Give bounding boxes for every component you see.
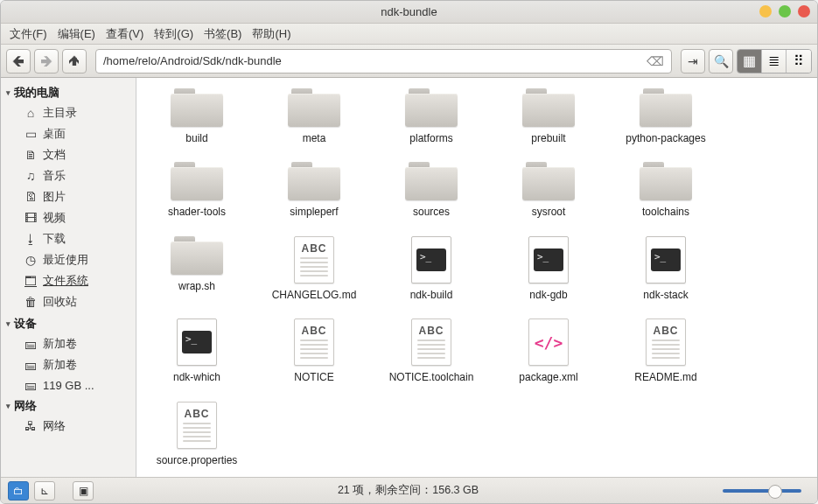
disk-icon: 🖴 (24, 337, 38, 351)
sidebar-section-header[interactable]: ▾网络 (1, 395, 136, 416)
file-grid: buildmetaplatformsprebuiltpython-package… (150, 88, 810, 466)
file-item[interactable]: >_ndk-gdb (502, 236, 595, 301)
file-item[interactable]: simpleperf (268, 162, 360, 218)
file-item[interactable]: </>package.xml (502, 318, 595, 383)
titlebar: ndk-bundle (1, 1, 817, 24)
file-item[interactable]: ABCNOTICE (268, 318, 360, 383)
file-item[interactable]: python-packages (619, 88, 712, 144)
trash-icon: 🗑 (24, 295, 38, 309)
sidebar: ▾我的电脑⌂主目录▭桌面🗎文档♫音乐🖻图片🎞视频⭳下载◷最近使用🗔文件系统🗑回收… (1, 78, 136, 477)
file-item[interactable]: ABCsource.properties (150, 402, 243, 466)
sidebar-item[interactable]: 🖴新加卷 (1, 333, 136, 354)
sidebar-item[interactable]: 🗎文档 (1, 144, 136, 165)
sidebar-item[interactable]: ♫音乐 (1, 165, 136, 186)
menu-item[interactable]: 编辑(E) (58, 26, 95, 42)
folder-icon (288, 162, 340, 200)
file-item-label: shader-tools (168, 206, 226, 218)
list-view-button[interactable]: ≣ (762, 50, 787, 73)
file-item[interactable]: >_ndk-build (385, 236, 478, 301)
script-icon: >_ (411, 236, 451, 284)
file-item-label: README.md (634, 371, 696, 383)
recent-icon: ◷ (24, 253, 38, 267)
view-mode-group: ▦ ≣ ⠿ (737, 49, 812, 74)
folder-icon (171, 236, 223, 275)
sidebar-item[interactable]: 🗔文件系统 (1, 270, 136, 291)
sidebar-item[interactable]: 🖧网络 (1, 416, 136, 437)
menu-item[interactable]: 查看(V) (106, 26, 143, 42)
sidebar-item-label: 新加卷 (43, 357, 77, 373)
disk-icon: 🖴 (24, 358, 38, 372)
location-input[interactable]: /home/relo/Android/Sdk/ndk-bundle ⌫ (95, 49, 672, 74)
search-button[interactable]: 🔍 (709, 49, 733, 74)
sidebar-item-label: 119 GB ... (43, 379, 94, 392)
menu-item[interactable]: 转到(G) (154, 26, 193, 42)
file-item[interactable]: >_ndk-stack (619, 236, 712, 301)
folder-icon (288, 88, 340, 127)
clear-location-icon[interactable]: ⌫ (647, 54, 664, 68)
sidebar-item[interactable]: ▭桌面 (1, 123, 136, 144)
up-button[interactable]: 🡹 (62, 49, 87, 74)
filesystem-icon: 🗔 (24, 274, 38, 288)
chevron-down-icon: ▾ (6, 402, 10, 410)
folder-icon (522, 162, 575, 200)
file-item[interactable]: sysroot (502, 162, 595, 218)
close-button[interactable] (798, 5, 810, 18)
file-item[interactable]: ABCREADME.md (619, 318, 712, 383)
menu-item[interactable]: 书签(B) (204, 26, 241, 42)
file-item[interactable]: build (150, 88, 243, 144)
sidebar-item[interactable]: 🗑回收站 (1, 291, 136, 312)
icon-view-button[interactable]: ▦ (738, 50, 762, 73)
file-item-label: source.properties (157, 454, 238, 466)
music-icon: ♫ (24, 169, 38, 183)
back-button[interactable]: 🡸 (6, 49, 31, 74)
sidebar-item[interactable]: 🖻图片 (1, 186, 136, 207)
sidebar-section-header[interactable]: ▾我的电脑 (1, 81, 136, 102)
file-item[interactable]: >_ndk-which (150, 318, 243, 383)
file-item[interactable]: ABCCHANGELOG.md (268, 236, 360, 301)
file-item[interactable]: wrap.sh (150, 236, 243, 301)
compact-view-button[interactable]: ⠿ (787, 50, 811, 73)
text-file-icon: ABC (294, 318, 334, 366)
minimize-button[interactable] (759, 5, 772, 18)
file-item-label: NOTICE (294, 371, 333, 383)
location-path: /home/relo/Android/Sdk/ndk-bundle (103, 54, 282, 67)
menu-item[interactable]: 文件(F) (10, 26, 47, 42)
sidebar-item[interactable]: 🖴新加卷 (1, 354, 136, 375)
file-item[interactable]: toolchains (619, 162, 712, 218)
forward-button[interactable]: 🡺 (34, 49, 59, 74)
text-file-icon: ABC (411, 318, 451, 366)
sidebar-item[interactable]: 🎞视频 (1, 207, 136, 228)
folder-icon (640, 162, 692, 200)
sidebar-item[interactable]: ⭳下载 (1, 228, 136, 249)
chevron-down-icon: ▾ (6, 88, 10, 97)
script-icon: >_ (646, 236, 686, 284)
sidebar-item[interactable]: 🖴119 GB ... (1, 375, 136, 395)
file-item[interactable]: sources (385, 162, 478, 218)
file-item-label: sysroot (532, 206, 566, 218)
terminal-button[interactable]: ▣ (73, 481, 94, 500)
menu-item[interactable]: 帮助(H) (252, 26, 290, 42)
toggle-path-button[interactable]: ⇥ (681, 49, 705, 74)
file-item[interactable]: shader-tools (150, 162, 243, 218)
sidebar-item-label: 最近使用 (43, 252, 88, 268)
sidebar-section-header[interactable]: ▾设备 (1, 312, 136, 333)
places-toggle-button[interactable]: 🗀 (8, 481, 29, 500)
sidebar-item-label: 图片 (43, 189, 66, 205)
script-icon: >_ (177, 318, 217, 366)
tree-toggle-button[interactable]: ⊾ (34, 481, 55, 500)
maximize-button[interactable] (779, 5, 791, 18)
sidebar-item[interactable]: ⌂主目录 (1, 102, 136, 123)
file-view[interactable]: buildmetaplatformsprebuiltpython-package… (136, 78, 817, 477)
file-item[interactable]: ABCNOTICE.toolchain (385, 318, 478, 383)
file-item[interactable]: meta (268, 88, 360, 144)
chevron-down-icon: ▾ (6, 319, 10, 328)
file-item-label: platforms (409, 132, 452, 144)
file-item-label: CHANGELOG.md (272, 289, 357, 301)
file-item-label: NOTICE.toolchain (389, 371, 474, 383)
file-item-label: ndk-which (173, 371, 220, 383)
window-controls (759, 5, 810, 18)
zoom-slider[interactable] (723, 489, 801, 493)
file-item[interactable]: platforms (385, 88, 478, 144)
sidebar-item[interactable]: ◷最近使用 (1, 249, 136, 270)
file-item[interactable]: prebuilt (502, 88, 595, 144)
